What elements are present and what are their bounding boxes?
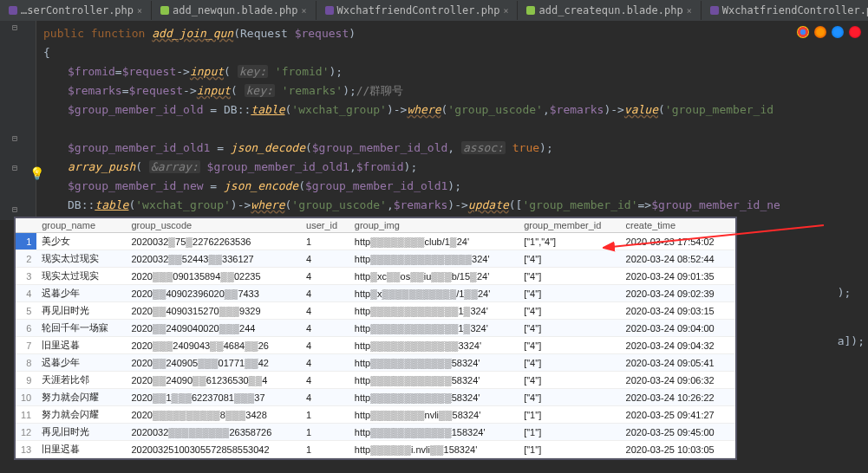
cell: 迟暮少年 bbox=[36, 285, 126, 302]
cell: 2020-03-24 09:04:00 bbox=[621, 320, 735, 337]
cell: http▒▒▒▒▒▒▒▒▒▒▒▒58324' bbox=[349, 354, 519, 372]
col-group_img[interactable]: group_img bbox=[349, 218, 519, 233]
table-row[interactable]: 13旧里迟暮202003251003055728585530421http▒▒▒… bbox=[16, 441, 735, 458]
data-table: group_namegroup_uscodeuser_idgroup_imggr… bbox=[16, 218, 735, 458]
blade-file-icon bbox=[526, 6, 535, 15]
cell: http▒xc▒▒os▒▒iu▒▒▒b/15▒24' bbox=[349, 268, 519, 285]
close-icon[interactable]: × bbox=[503, 6, 508, 16]
cell: 5 bbox=[16, 302, 36, 320]
cell: 2020-03-24 09:05:41 bbox=[621, 354, 735, 372]
cell: http▒▒▒▒▒▒▒▒▒▒▒▒58324' bbox=[349, 372, 519, 389]
cell: 2020-03-25 10:03:05 bbox=[621, 441, 735, 458]
cell: ["4"] bbox=[519, 320, 620, 337]
table-row[interactable]: 12再见旧时光2020032▒▒▒▒▒▒▒▒▒263587261http▒▒▒▒… bbox=[16, 424, 735, 441]
tab-label: WxchatfriendController.php bbox=[337, 4, 500, 16]
cell: 迟暮少年 bbox=[36, 354, 126, 372]
cell: 再见旧时光 bbox=[36, 424, 126, 441]
tab-label: add_createqun.blade.php bbox=[538, 4, 682, 16]
table-row[interactable]: 6轮回千年一场寐2020▒▒2409040020▒▒▒2444http▒▒▒▒▒… bbox=[16, 320, 735, 337]
cell: 美少女 bbox=[36, 233, 126, 250]
cell: ["4"] bbox=[519, 250, 620, 268]
cell: ["4"] bbox=[519, 337, 620, 354]
cell: 1 bbox=[301, 424, 349, 441]
cell: 4 bbox=[301, 320, 349, 337]
browser-icons bbox=[797, 26, 861, 38]
cell: 旧里迟暮 bbox=[36, 337, 126, 354]
cell: 2020▒▒▒2409043▒▒4684▒▒26 bbox=[126, 337, 301, 354]
table-header-row: group_namegroup_uscodeuser_idgroup_imggr… bbox=[16, 218, 735, 233]
close-icon[interactable]: × bbox=[137, 6, 142, 16]
cell: 4 bbox=[301, 354, 349, 372]
table-row[interactable]: 7旧里迟暮2020▒▒▒2409043▒▒4684▒▒264http▒▒▒▒▒▒… bbox=[16, 337, 735, 354]
table-row[interactable]: 4迟暮少年2020▒▒40902396020▒▒74334http▒x▒▒▒▒▒… bbox=[16, 285, 735, 302]
code-editor[interactable]: public function public function add_join… bbox=[0, 21, 868, 218]
cell: ["4"] bbox=[519, 285, 620, 302]
bulb-icon[interactable]: 💡 bbox=[29, 166, 44, 180]
cell: ["1"] bbox=[519, 406, 620, 424]
data-table-panel[interactable]: group_namegroup_uscodeuser_idgroup_imggr… bbox=[14, 217, 737, 460]
tab[interactable]: WxchatfriendController.php× bbox=[317, 1, 519, 20]
close-icon[interactable]: × bbox=[687, 6, 692, 16]
cell: 4 bbox=[301, 337, 349, 354]
cell: http▒▒▒▒▒▒▒▒▒▒▒▒▒3324' bbox=[349, 337, 519, 354]
safari-icon[interactable] bbox=[832, 26, 844, 38]
cell: ["1"] bbox=[519, 441, 620, 458]
cell: ["4"] bbox=[519, 268, 620, 285]
col-user_id[interactable]: user_id bbox=[301, 218, 349, 233]
cell: 现实太过现实 bbox=[36, 268, 126, 285]
cell: 轮回千年一场寐 bbox=[36, 320, 126, 337]
chrome-icon[interactable] bbox=[797, 26, 809, 38]
cell: http▒▒▒▒▒▒▒▒▒▒▒▒58324' bbox=[349, 389, 519, 406]
cell: ["4"] bbox=[519, 389, 620, 406]
tab[interactable]: WxchatfriendController.php× bbox=[702, 1, 868, 20]
cell: 2020-03-24 09:04:32 bbox=[621, 337, 735, 354]
opera-icon[interactable] bbox=[849, 26, 861, 38]
cell: 4 bbox=[301, 302, 349, 320]
tab-bar: …serController.php×add_newqun.blade.php×… bbox=[0, 0, 868, 21]
cell: http▒▒▒▒▒▒▒▒▒▒▒▒▒1▒324' bbox=[349, 320, 519, 337]
table-row[interactable]: 9天涯若比邻2020▒▒24090▒▒61236530▒▒44http▒▒▒▒▒… bbox=[16, 372, 735, 389]
cell: ["4"] bbox=[519, 354, 620, 372]
table-row[interactable]: 3现实太过现实2020▒▒▒090135894▒▒022354http▒xc▒▒… bbox=[16, 268, 735, 285]
cell: ["4"] bbox=[519, 372, 620, 389]
cell: ["1","4"] bbox=[519, 233, 620, 250]
table-row[interactable]: 5再见旧时光2020▒▒4090315270▒▒▒93294http▒▒▒▒▒▒… bbox=[16, 302, 735, 320]
cell: 2020-03-24 10:26:22 bbox=[621, 389, 735, 406]
col-create_time[interactable]: create_time bbox=[621, 218, 735, 233]
col-group_name[interactable]: group_name bbox=[36, 218, 126, 233]
php-file-icon bbox=[710, 6, 719, 15]
cell: 11 bbox=[16, 406, 36, 424]
table-row[interactable]: 10努力就会闪耀2020▒▒1▒▒▒62237081▒▒▒374http▒▒▒▒… bbox=[16, 389, 735, 406]
tab[interactable]: add_createqun.blade.php× bbox=[518, 1, 701, 20]
close-icon[interactable]: × bbox=[302, 6, 307, 16]
cell: 2020-03-24 09:02:39 bbox=[621, 285, 735, 302]
table-row[interactable]: 2现实太过现实2020032▒▒52443▒▒3361274http▒▒▒▒▒▒… bbox=[16, 250, 735, 268]
cell: 2020032▒▒▒▒▒▒▒▒▒26358726 bbox=[126, 424, 301, 441]
cell: 努力就会闪耀 bbox=[36, 389, 126, 406]
cell: 6 bbox=[16, 320, 36, 337]
cell: 2020▒▒2409040020▒▒▒244 bbox=[126, 320, 301, 337]
cell: 4 bbox=[301, 285, 349, 302]
tab-label: WxchatfriendController.php bbox=[722, 4, 868, 16]
table-row[interactable]: 1美少女2020032▒75▒227622635361http▒▒▒▒▒▒▒▒c… bbox=[16, 233, 735, 250]
cell: 4 bbox=[301, 268, 349, 285]
col-rownum[interactable] bbox=[16, 218, 36, 233]
cell: 天涯若比邻 bbox=[36, 372, 126, 389]
cell: 1 bbox=[16, 233, 36, 250]
cell: 2 bbox=[16, 250, 36, 268]
cell: 2020▒▒4090315270▒▒▒9329 bbox=[126, 302, 301, 320]
tab[interactable]: …serController.php× bbox=[0, 1, 152, 20]
table-row[interactable]: 11努力就会闪耀2020▒▒▒▒▒▒▒▒▒▒8▒▒▒34281http▒▒▒▒▒… bbox=[16, 406, 735, 424]
cell: 2020032▒75▒22762263536 bbox=[126, 233, 301, 250]
firefox-icon[interactable] bbox=[814, 26, 826, 38]
col-group_member_id[interactable]: group_member_id bbox=[519, 218, 620, 233]
col-group_uscode[interactable]: group_uscode bbox=[126, 218, 301, 233]
tab[interactable]: add_newqun.blade.php× bbox=[152, 1, 317, 20]
cell: 2020-03-25 09:45:00 bbox=[621, 424, 735, 441]
cell: 2020-03-23 17:54:02 bbox=[621, 233, 735, 250]
table-row[interactable]: 8迟暮少年2020▒▒240905▒▒▒01771▒▒424http▒▒▒▒▒▒… bbox=[16, 354, 735, 372]
cell: 2020▒▒▒090135894▒▒02235 bbox=[126, 268, 301, 285]
cell: 4 bbox=[301, 389, 349, 406]
tab-label: …serController.php bbox=[21, 4, 134, 16]
cell: 20200325100305572858553042 bbox=[126, 441, 301, 458]
